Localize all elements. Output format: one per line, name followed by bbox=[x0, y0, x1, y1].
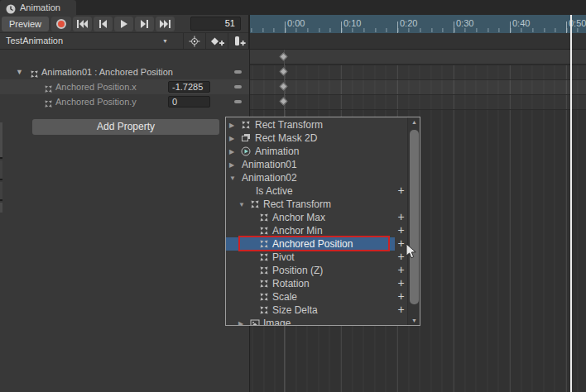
value-field-x[interactable]: -1.7285 bbox=[168, 81, 210, 93]
add-event-button[interactable] bbox=[228, 33, 250, 50]
popup-scrollbar[interactable]: ▲ ▼ bbox=[407, 117, 420, 325]
rect-transform-icon bbox=[259, 226, 269, 236]
chevron-down-icon[interactable]: ▼ bbox=[16, 68, 23, 76]
rect-transform-icon bbox=[259, 252, 269, 262]
step-back-button[interactable] bbox=[94, 17, 113, 31]
popup-item-rotation[interactable]: Rotation+ bbox=[226, 277, 395, 290]
dopesheet-row[interactable] bbox=[250, 65, 586, 79]
add-plus-button[interactable]: + bbox=[395, 304, 407, 317]
record-button[interactable] bbox=[51, 17, 71, 31]
context-menu-pill-icon[interactable] bbox=[234, 85, 242, 88]
chevron-down-icon[interactable]: ▼ bbox=[229, 174, 236, 182]
add-property-button[interactable]: Add Property bbox=[32, 119, 219, 135]
property-row-group[interactable]: ▼ Animation01 : Anchored Position bbox=[0, 65, 249, 79]
chevron-right-icon[interactable]: ▶ bbox=[229, 135, 234, 142]
skip-to-start-button[interactable] bbox=[73, 17, 92, 31]
ruler-label: 0:20 bbox=[400, 18, 417, 28]
row-divider bbox=[250, 79, 586, 80]
add-plus-button[interactable]: + bbox=[395, 277, 407, 290]
skip-to-start-icon bbox=[77, 20, 88, 28]
property-row-y[interactable]: Anchored Position.y 0 bbox=[0, 94, 249, 109]
popup-item-animation01[interactable]: ▶Animation01 bbox=[226, 158, 395, 171]
skip-to-end-button[interactable] bbox=[156, 17, 175, 31]
add-keyframe-button[interactable] bbox=[206, 33, 228, 50]
annotation-red-box bbox=[238, 236, 390, 251]
ruler-label: 0:40 bbox=[512, 18, 530, 28]
ruler-tick bbox=[285, 22, 286, 33]
popup-item-label: Scale bbox=[272, 291, 297, 303]
rect-transform-icon bbox=[259, 305, 269, 315]
popup-item-anchor-max[interactable]: Anchor Max+ bbox=[226, 211, 395, 224]
ruler-tick bbox=[566, 22, 567, 33]
popup-item-position-z[interactable]: Position (Z)+ bbox=[226, 264, 395, 277]
chevron-right-icon[interactable]: ▶ bbox=[229, 122, 234, 129]
add-plus-button[interactable]: + bbox=[395, 184, 407, 198]
timeline-subheader bbox=[250, 33, 586, 50]
chevron-right-icon[interactable]: ▶ bbox=[238, 320, 243, 326]
chevron-down-icon[interactable]: ▼ bbox=[238, 201, 245, 208]
popup-item-size-delta[interactable]: Size Delta+ bbox=[226, 304, 395, 317]
add-plus-button[interactable]: + bbox=[395, 224, 407, 237]
popup-item-label: Pivot bbox=[272, 251, 295, 263]
popup-item-animation[interactable]: ▶Animation bbox=[226, 145, 395, 158]
popup-item-rect-transform[interactable]: ▶Rect Transform bbox=[226, 118, 395, 131]
add-plus-button[interactable]: + bbox=[395, 211, 407, 224]
preview-toggle[interactable]: Preview bbox=[2, 17, 49, 31]
tab-title: Animation bbox=[20, 0, 60, 15]
context-menu-pill-icon[interactable] bbox=[234, 100, 242, 103]
popup-item-label: Animation02 bbox=[242, 172, 297, 184]
clip-selector[interactable]: TestAnimation ▼ bbox=[0, 33, 182, 50]
rect-transform-icon bbox=[259, 265, 269, 275]
scroll-down-icon[interactable]: ▼ bbox=[408, 318, 420, 323]
clock-icon bbox=[6, 2, 16, 12]
popup-item-pivot[interactable]: Pivot+ bbox=[226, 251, 395, 264]
popup-item-label: Image bbox=[263, 318, 291, 326]
popup-item-is-active[interactable]: Is Active+ bbox=[226, 184, 395, 198]
popup-item-label: Animation bbox=[255, 146, 299, 157]
timeline-ruler[interactable]: 0:000:100:200:300:400:50 bbox=[250, 15, 586, 33]
popup-item-label: Rect Transform bbox=[263, 198, 331, 210]
playhead[interactable] bbox=[570, 15, 572, 392]
property-row-x[interactable]: Anchored Position.x -1.7285 bbox=[0, 79, 249, 94]
scrollbar-thumb[interactable] bbox=[410, 130, 419, 304]
frame-field[interactable]: 51 bbox=[190, 17, 241, 31]
chevron-right-icon[interactable]: ▶ bbox=[229, 148, 234, 155]
chevron-right-icon[interactable]: ▶ bbox=[229, 161, 234, 169]
property-panel: ▼ Animation01 : Anchored Position Anchor… bbox=[0, 50, 249, 392]
dopesheet-row-selected[interactable] bbox=[250, 79, 586, 94]
dock-edge bbox=[0, 203, 2, 213]
row-divider bbox=[250, 94, 586, 95]
scroll-up-icon[interactable]: ▲ bbox=[408, 119, 420, 125]
dock-edge bbox=[0, 122, 2, 159]
dock-edge bbox=[0, 182, 2, 201]
popup-item-label: Rect Transform bbox=[255, 119, 323, 131]
value-field-y[interactable]: 0 bbox=[168, 96, 210, 108]
popup-item-rect-transform[interactable]: ▼Rect Transform bbox=[226, 198, 395, 211]
popup-item-animation02[interactable]: ▼Animation02 bbox=[226, 171, 395, 184]
chevron-down-icon: ▼ bbox=[162, 38, 168, 44]
popup-item-rect-mask-2d[interactable]: ▶Rect Mask 2D bbox=[226, 131, 395, 145]
rect-transform-icon bbox=[44, 82, 53, 91]
popup-item-image[interactable]: ▶Image bbox=[226, 317, 395, 326]
ruler-tick bbox=[397, 22, 398, 33]
filter-curves-button[interactable] bbox=[184, 33, 205, 50]
add-plus-button[interactable]: + bbox=[395, 264, 407, 277]
popup-item-label: Rotation bbox=[272, 278, 310, 289]
add-plus-button[interactable]: + bbox=[395, 290, 407, 304]
play-button[interactable] bbox=[114, 17, 133, 31]
image-icon bbox=[250, 318, 260, 326]
filter-curves-icon bbox=[189, 36, 200, 47]
step-forward-button[interactable] bbox=[135, 17, 154, 31]
rect-transform-icon bbox=[44, 97, 53, 106]
context-menu-pill-icon[interactable] bbox=[234, 70, 242, 74]
rect-transform-icon bbox=[250, 199, 260, 209]
record-icon bbox=[56, 19, 66, 29]
ruler-label: 0:00 bbox=[287, 18, 305, 28]
rect-transform-icon bbox=[241, 120, 251, 130]
row-divider bbox=[250, 65, 586, 65]
popup-item-scale[interactable]: Scale+ bbox=[226, 290, 395, 304]
dopesheet-summary-row[interactable] bbox=[250, 50, 586, 65]
ruler-minor-ticks bbox=[250, 28, 586, 32]
tab-animation[interactable]: Animation bbox=[0, 0, 76, 15]
dopesheet-row[interactable] bbox=[250, 94, 586, 109]
